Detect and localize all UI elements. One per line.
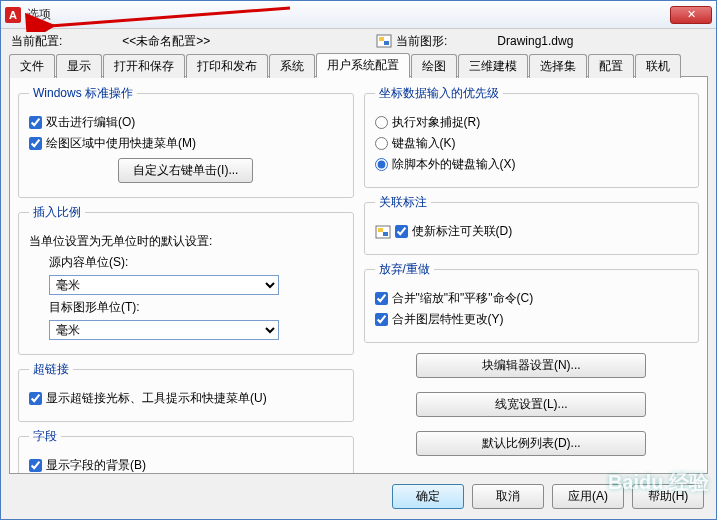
tgt-units-select[interactable]: 毫米 <box>49 320 279 340</box>
tgt-units-label: 目标图形单位(T): <box>49 299 343 316</box>
tab-print[interactable]: 打印和发布 <box>186 54 268 78</box>
group-assoc-dim: 关联标注 使新标注可关联(D) <box>364 194 700 255</box>
cb-field-bg-label: 显示字段的背景(B) <box>46 457 146 474</box>
dwg-icon <box>376 33 392 49</box>
tab-file[interactable]: 文件 <box>9 54 55 78</box>
svg-rect-2 <box>384 41 389 45</box>
cancel-button[interactable]: 取消 <box>472 484 544 509</box>
svg-rect-1 <box>379 37 384 41</box>
close-button[interactable]: ✕ <box>670 6 712 24</box>
tab-open-save[interactable]: 打开和保存 <box>103 54 185 78</box>
info-row: 当前配置: <<未命名配置>> 当前图形: Drawing1.dwg <box>1 29 716 53</box>
radio-osnap-label: 执行对象捕捉(R) <box>392 114 481 131</box>
dwg-icon <box>375 224 391 240</box>
legend: 关联标注 <box>375 194 431 211</box>
src-units-select[interactable]: 毫米 <box>49 275 279 295</box>
group-fields: 字段 显示字段的背景(B) 字段更新设置(F)... <box>18 428 354 474</box>
tab-draw[interactable]: 绘图 <box>411 54 457 78</box>
titlebar: A 选项 ✕ <box>1 1 716 29</box>
btn-default-scale[interactable]: 默认比例列表(D)... <box>416 431 646 456</box>
svg-rect-5 <box>378 228 383 232</box>
legend: 放弃/重做 <box>375 261 434 278</box>
cb-shortcut-menu[interactable] <box>29 137 42 150</box>
btn-lineweight[interactable]: 线宽设置(L)... <box>416 392 646 417</box>
cb-shortcut-menu-label: 绘图区域中使用快捷菜单(M) <box>46 135 196 152</box>
legend: 字段 <box>29 428 61 445</box>
drawing-label: 当前图形: <box>396 33 447 50</box>
group-coord-priority: 坐标数据输入的优先级 执行对象捕捉(R) 键盘输入(K) 除脚本外的键盘输入(X… <box>364 85 700 188</box>
src-units-label: 源内容单位(S): <box>49 254 343 271</box>
svg-rect-6 <box>383 232 388 236</box>
tab-content: Windows 标准操作 双击进行编辑(O) 绘图区域中使用快捷菜单(M) 自定… <box>9 77 708 474</box>
btn-block-editor[interactable]: 块编辑器设置(N)... <box>416 353 646 378</box>
ok-button[interactable]: 确定 <box>392 484 464 509</box>
group-hyperlink: 超链接 显示超链接光标、工具提示和快捷菜单(U) <box>18 361 354 422</box>
tab-online[interactable]: 联机 <box>635 54 681 78</box>
cb-hyperlink-cursor[interactable] <box>29 392 42 405</box>
legend: 超链接 <box>29 361 73 378</box>
profile-label: 当前配置: <box>11 33 62 50</box>
cb-combine-zoom-pan-label: 合并"缩放"和"平移"命令(C) <box>392 290 534 307</box>
tab-config[interactable]: 配置 <box>588 54 634 78</box>
radio-keyboard-label: 键盘输入(K) <box>392 135 456 152</box>
legend: Windows 标准操作 <box>29 85 137 102</box>
insert-scale-desc: 当单位设置为无单位时的默认设置: <box>29 233 343 250</box>
radio-keyboard-except-script[interactable] <box>375 158 388 171</box>
cb-hyperlink-cursor-label: 显示超链接光标、工具提示和快捷菜单(U) <box>46 390 267 407</box>
tab-selection[interactable]: 选择集 <box>529 54 587 78</box>
tab-3d[interactable]: 三维建模 <box>458 54 528 78</box>
apply-button[interactable]: 应用(A) <box>552 484 624 509</box>
btn-custom-rclick[interactable]: 自定义右键单击(I)... <box>118 158 253 183</box>
radio-keyboard-except-script-label: 除脚本外的键盘输入(X) <box>392 156 516 173</box>
group-windows-standard: Windows 标准操作 双击进行编辑(O) 绘图区域中使用快捷菜单(M) 自定… <box>18 85 354 198</box>
group-undo-redo: 放弃/重做 合并"缩放"和"平移"命令(C) 合并图层特性更改(Y) <box>364 261 700 343</box>
options-dialog: A 选项 ✕ 当前配置: <<未命名配置>> 当前图形: Drawing1.dw… <box>0 0 717 520</box>
cb-dblclick-edit-label: 双击进行编辑(O) <box>46 114 135 131</box>
radio-osnap[interactable] <box>375 116 388 129</box>
drawing-value: Drawing1.dwg <box>497 34 573 48</box>
legend: 插入比例 <box>29 204 85 221</box>
cb-assoc-dim[interactable] <box>395 225 408 238</box>
tab-user-prefs[interactable]: 用户系统配置 <box>316 53 410 78</box>
cb-combine-layer[interactable] <box>375 313 388 326</box>
window-title: 选项 <box>27 6 670 23</box>
cb-dblclick-edit[interactable] <box>29 116 42 129</box>
tab-system[interactable]: 系统 <box>269 54 315 78</box>
legend: 坐标数据输入的优先级 <box>375 85 503 102</box>
cb-combine-zoom-pan[interactable] <box>375 292 388 305</box>
dialog-footer: 确定 取消 应用(A) 帮助(H) <box>1 478 716 519</box>
group-insert-scale: 插入比例 当单位设置为无单位时的默认设置: 源内容单位(S): 毫米 目标图形单… <box>18 204 354 355</box>
cb-combine-layer-label: 合并图层特性更改(Y) <box>392 311 504 328</box>
app-icon: A <box>5 7 21 23</box>
profile-value: <<未命名配置>> <box>122 33 210 50</box>
tab-display[interactable]: 显示 <box>56 54 102 78</box>
cb-assoc-dim-label: 使新标注可关联(D) <box>412 223 513 240</box>
radio-keyboard[interactable] <box>375 137 388 150</box>
help-button[interactable]: 帮助(H) <box>632 484 704 509</box>
tabstrip: 文件 显示 打开和保存 打印和发布 系统 用户系统配置 绘图 三维建模 选择集 … <box>1 53 716 77</box>
cb-field-bg[interactable] <box>29 459 42 472</box>
